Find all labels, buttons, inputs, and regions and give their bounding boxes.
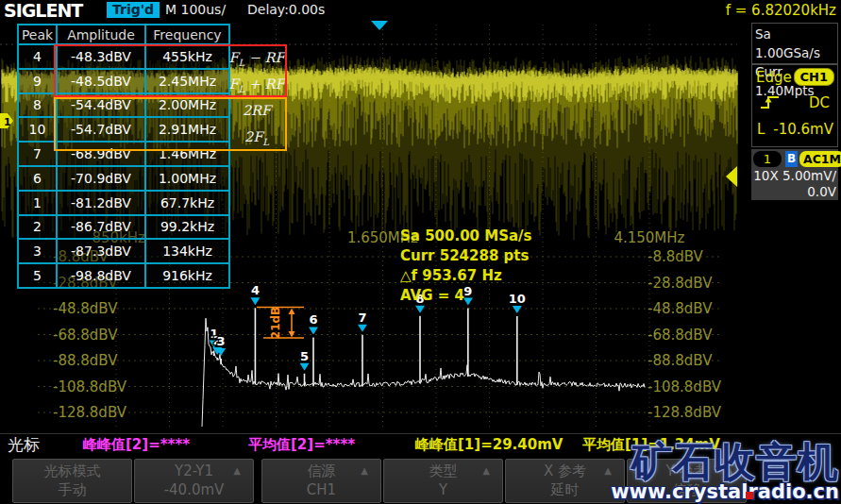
table-header-row: PeakAmplitudeFrequency [18,25,229,44]
table-cell: 1 [18,191,57,215]
table-cell: 3 [18,239,57,263]
menu-button-value: 延时 [506,481,624,499]
timebase-readout[interactable]: M 100us/ [165,2,226,17]
top-bar: SIGLENT Trig'd M 100us/ Delay:0.00s f = … [0,0,841,21]
chevron-up-icon: ▲ [482,465,490,476]
frequency-counter-readout: f = 6.82020kHz [726,2,836,19]
fft-peak-marker-5 [300,363,310,371]
peak-annotation: FL + RF [227,71,287,97]
trigger-source-badge[interactable]: CH1 [794,68,834,86]
trigger-type-label: Edge [756,69,792,86]
channel1-offset-marker-number: 1 [4,116,11,128]
column-header: Amplitude [57,25,145,44]
table-cell: -54.7dBV [57,117,145,142]
fft-db-tick-label-right: -128.8dBV [648,404,721,421]
fft-db-tick-label-left: -128.8dBV [53,404,126,421]
measurement-readout: 峰峰值[1]=29.40mV [415,436,563,454]
menu-button-value: 偏移 [628,481,746,499]
peak-annotation: FL − RF [227,44,287,71]
waveform-area: 1234567891021dB1 -850kHz1.650MHz4.150MHz… [0,21,741,434]
measurement-readout: 平均值[1]=1.34mV [582,436,720,454]
table-row: 4-48.3dBV455kHz [18,44,229,69]
fft-db-tick-label-left: -68.8dBV [53,327,117,344]
peak-table-grid: PeakAmplitudeFrequency4-48.3dBV455kHz9-4… [17,24,230,289]
menu-button-5[interactable]: X 参考延时▲ [505,459,625,503]
trigger-info-box[interactable]: Edge CH1 DC L -10.6mV [751,64,838,147]
channel-scale-readout: 10X 5.00mV/ [753,168,836,183]
table-cell: 1.46MHz [145,142,229,166]
table-cell: -86.7dBV [57,215,145,240]
menu-button-6[interactable]: Y 参考偏移▲ [627,459,747,503]
fft-peak-number-5: 5 [300,349,309,363]
menu-button-3[interactable]: 信源CH1▲ [261,459,381,503]
trigger-status-badge[interactable]: Trig'd [107,2,160,18]
fft-freq-tick-label: 4.150MHz [614,229,684,246]
fft-db-tick-label-right: -108.8dBV [648,378,721,395]
fft-peak-marker-6 [309,327,318,334]
table-cell: 10 [18,117,57,142]
fft-peak-marker-8 [415,306,425,313]
menu-button-value: 手动 [13,481,131,499]
table-cell: 7 [18,142,57,166]
table-cell: 67.7kHz [145,191,229,215]
table-cell: -98.8dBV [57,263,145,288]
acquisition-info-box: Sa 1.00GSa/s Curr 1.40Mpts [751,23,838,64]
menu-button-value: -40.0mV [135,481,253,498]
fft-db-tick-label-right: -88.8dBV [648,352,712,369]
menu-button-4[interactable]: 类型Y▲ [383,459,503,503]
trigger-coupling-label: DC [809,94,830,111]
table-row: 9-48.5dBV2.45MHz [18,69,229,93]
table-cell: 5 [18,263,57,288]
menu-button-2[interactable]: Y2-Y1-40.0mV▲ [134,459,254,503]
brand-logo: SIGLENT [4,0,82,21]
trigger-level-readout: -10.6mV [773,121,833,138]
table-cell: -87.3dBV [57,239,145,263]
rising-edge-icon [760,93,781,110]
fft-db-tick-label-right: -28.8dBV [648,275,712,292]
delta-21db-annotation: 21dB [257,307,304,339]
measurement-readout: 平均值[2]=**** [248,436,355,454]
channel1-info-box[interactable]: 1 B AC1M 10X 5.00mV/ 0.0V [751,149,838,200]
table-row: 8-54.4dBV2.00MHz [18,93,229,118]
menu-button-1[interactable]: 光标模式手动 [12,459,132,503]
column-header: Peak [18,25,57,44]
fft-peak-marker-10 [513,306,522,313]
fft-peak-number-3: 3 [217,334,226,348]
fft-sample-rate: Sa 500.00 MSa/s [400,227,532,246]
cursor-mode-title: 光标 [8,434,40,456]
delay-readout[interactable]: Delay:0.00s [247,2,325,17]
bandwidth-limit-badge: B [785,151,798,167]
channel-number-badge[interactable]: 1 [753,151,782,167]
table-cell: 2 [18,215,57,240]
table-cell: 2.45MHz [145,69,229,93]
fft-db-tick-label-right: -8.8dBV [648,248,703,265]
table-cell: 2.00MHz [145,93,229,118]
table-cell: -48.5dBV [57,69,145,93]
table-cell: 99.2kHz [145,215,229,240]
fft-db-tick-label-left: -48.8dBV [53,300,117,317]
fft-peak-marker-7 [358,325,367,332]
table-cell: -54.4dBV [57,93,145,118]
peak-table: PeakAmplitudeFrequency4-48.3dBV455kHz9-4… [17,24,230,289]
table-cell: 9 [18,69,57,93]
table-row: 2-86.7dBV99.2kHz [18,215,229,240]
table-cell: 4 [18,44,57,69]
table-cell: 6 [18,166,57,191]
menu-button-label: 光标模式 [13,462,131,480]
column-header: Frequency [145,25,229,44]
chevron-up-icon: ▲ [361,465,368,476]
fft-db-tick-label-right: -48.8dBV [648,300,712,317]
trigger-level-prefix: L [757,121,765,138]
table-row: 5-98.8dBV916kHz [18,263,229,288]
table-cell: 8 [18,93,57,118]
fft-peak-marker-4 [250,297,260,305]
fft-points: Curr 524288 pts [400,246,532,266]
table-cell: 916kHz [145,263,229,288]
fft-db-tick-label-right: -68.8dBV [648,327,712,344]
channel-offset-readout: 0.0V [807,184,836,199]
fft-peak-number-7: 7 [358,311,366,325]
table-cell: -81.2dBV [57,191,145,215]
table-cell: 455kHz [145,44,229,69]
delta-value-label: 21dB [269,307,282,339]
menu-button-value: CH1 [262,481,380,498]
